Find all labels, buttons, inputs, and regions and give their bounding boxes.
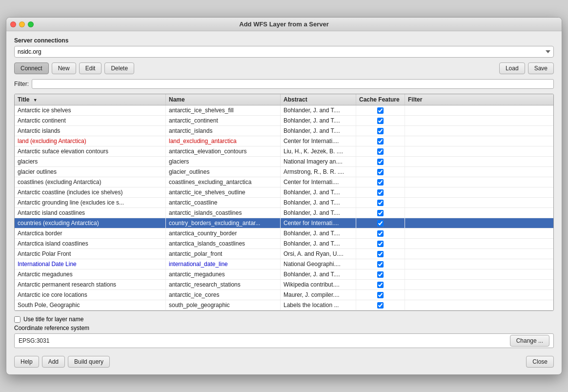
cache-checkbox[interactable] (377, 179, 384, 186)
cache-checkbox[interactable] (377, 271, 384, 278)
cache-checkbox[interactable] (377, 107, 384, 114)
row-cache[interactable] (356, 126, 405, 136)
row-cache[interactable] (356, 290, 405, 300)
row-cache[interactable] (356, 269, 405, 279)
row-cache[interactable] (356, 198, 405, 207)
add-button[interactable]: Add (42, 356, 65, 368)
row-title: Antarctic suface elevation contours (15, 146, 166, 156)
filter-input[interactable] (32, 79, 554, 89)
cache-checkbox[interactable] (377, 261, 384, 268)
table-row[interactable]: glaciers glaciers National Imagery an...… (15, 157, 553, 167)
row-filter (405, 280, 444, 289)
close-button[interactable]: Close (526, 356, 554, 368)
table-row[interactable]: Antarctic continent antarctic_continent … (15, 116, 553, 126)
row-name: antarctica_islands_coastlines (166, 239, 281, 248)
table-row[interactable]: International Date Line international_da… (15, 259, 553, 269)
save-button[interactable]: Save (528, 62, 554, 74)
table-row[interactable]: glacier outlines glacier_outlines Armstr… (15, 167, 553, 177)
cache-checkbox[interactable] (377, 210, 384, 216)
row-filter (405, 208, 444, 218)
edit-button[interactable]: Edit (79, 62, 102, 74)
col-name[interactable]: Name (166, 94, 281, 105)
row-cache[interactable] (356, 208, 405, 218)
row-cache[interactable] (356, 116, 405, 125)
row-cache[interactable] (356, 167, 405, 177)
cache-checkbox[interactable] (377, 241, 384, 247)
table-row[interactable]: Antarctic islands antarctic_islands Bohl… (15, 126, 553, 136)
minimize-window-button[interactable] (19, 21, 25, 27)
cache-checkbox[interactable] (377, 220, 384, 227)
table-row[interactable]: Antarctic coastline (includes ice shelve… (15, 187, 553, 198)
cache-checkbox[interactable] (377, 292, 384, 298)
cache-checkbox[interactable] (377, 189, 384, 196)
table-row[interactable]: countries (excluding Antarctica) country… (15, 218, 553, 228)
table-row[interactable]: Antarctic megadunes antarctic_megadunes … (15, 269, 553, 280)
cache-checkbox[interactable] (377, 251, 384, 257)
table-row[interactable]: Antarctica border antarctica_country_bor… (15, 228, 553, 239)
cache-checkbox[interactable] (377, 148, 384, 155)
table-row[interactable]: Antarctic grounding line (excludes ice s… (15, 198, 553, 208)
col-abstract[interactable]: Abstract (281, 94, 356, 105)
col-cache[interactable]: Cache Feature (356, 94, 405, 105)
footer-buttons: Help Add Build query Close (14, 353, 554, 369)
row-title: Antarctic megadunes (15, 269, 166, 279)
server-select[interactable]: nsidc.org (14, 46, 554, 58)
footer-right: Close (526, 356, 554, 368)
row-cache[interactable] (356, 280, 405, 289)
row-cache[interactable] (356, 259, 405, 269)
table-row[interactable]: Antarctic suface elevation contours anta… (15, 146, 553, 157)
cache-checkbox[interactable] (377, 138, 384, 144)
maximize-window-button[interactable] (28, 21, 34, 27)
row-abstract: Maurer, J. compiler.... (281, 290, 356, 300)
row-name: antarctic_ice_shelves_fill (166, 105, 281, 115)
row-cache[interactable] (356, 177, 405, 187)
row-filter (405, 105, 444, 115)
cache-checkbox[interactable] (377, 128, 384, 134)
window-title: Add WFS Layer from a Server (239, 21, 329, 28)
row-title: land (excluding Antarctica) (15, 136, 166, 146)
table-row[interactable]: Antarctic island coastlines antarctic_is… (15, 208, 553, 218)
col-filter[interactable]: Filter (405, 94, 444, 105)
row-cache[interactable] (356, 249, 405, 259)
cache-checkbox[interactable] (377, 159, 384, 165)
row-name: antarctic_megadunes (166, 269, 281, 279)
cache-checkbox[interactable] (377, 200, 384, 206)
row-cache[interactable] (356, 300, 405, 310)
table-row[interactable]: Antarctic ice shelves antarctic_ice_shel… (15, 105, 553, 116)
cache-checkbox[interactable] (377, 282, 384, 288)
new-button[interactable]: New (52, 62, 76, 74)
close-window-button[interactable] (10, 21, 16, 27)
cache-checkbox[interactable] (377, 118, 384, 124)
cache-checkbox[interactable] (377, 230, 384, 237)
build-query-button[interactable]: Build query (68, 356, 110, 368)
table-row[interactable]: coastlines (excluding Antarctica) coastl… (15, 177, 553, 187)
connect-button[interactable]: Connect (14, 62, 49, 74)
row-cache[interactable] (356, 105, 405, 115)
use-title-checkbox[interactable] (14, 316, 20, 323)
load-button[interactable]: Load (499, 62, 525, 74)
table-row[interactable]: land (excluding Antarctica) land_excludi… (15, 136, 553, 146)
table-row[interactable]: South Pole, Geographic south_pole_geogra… (15, 300, 553, 310)
row-cache[interactable] (356, 218, 405, 228)
row-cache[interactable] (356, 187, 405, 197)
change-crs-button[interactable]: Change ... (510, 335, 549, 347)
table-row[interactable]: Antarctic permanent research stations an… (15, 280, 553, 290)
row-cache[interactable] (356, 157, 405, 166)
row-cache[interactable] (356, 239, 405, 248)
cache-checkbox[interactable] (377, 169, 384, 175)
col-title[interactable]: Title ▼ (15, 94, 166, 105)
row-cache[interactable] (356, 146, 405, 156)
row-filter (405, 259, 444, 269)
table-row[interactable]: Antarctic ice core locations antarctic_i… (15, 290, 553, 300)
row-filter (405, 177, 444, 187)
cache-checkbox[interactable] (377, 302, 384, 309)
row-cache[interactable] (356, 136, 405, 146)
table-row[interactable]: Antarctic Polar Front antarctic_polar_fr… (15, 249, 553, 259)
row-abstract: Center for Internati.... (281, 218, 356, 228)
row-cache[interactable] (356, 228, 405, 238)
delete-button[interactable]: Delete (104, 62, 134, 74)
server-connections-label: Server connections (14, 37, 554, 44)
row-filter (405, 249, 444, 259)
help-button[interactable]: Help (14, 356, 39, 368)
table-row[interactable]: Antarctica island coastlines antarctica_… (15, 239, 553, 249)
